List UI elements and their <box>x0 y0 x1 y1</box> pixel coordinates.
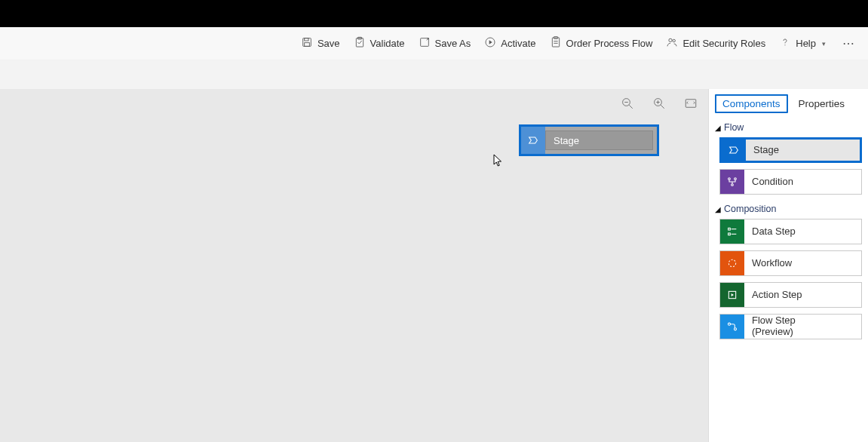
component-label: Action Step <box>744 290 802 301</box>
command-bar: Save Validate Save As Activate Order Pro… <box>0 27 868 60</box>
main-area: Stage Components Properties ◢ Flow Stage… <box>0 89 868 442</box>
security-roles-icon <box>666 36 678 51</box>
process-name-button[interactable]: Order Process Flow <box>550 36 653 51</box>
activate-label: Activate <box>501 38 535 49</box>
canvas[interactable]: Stage <box>0 89 708 442</box>
data-step-icon <box>720 219 744 244</box>
cursor-icon <box>493 154 502 167</box>
activate-button[interactable]: Activate <box>484 36 535 51</box>
zoom-out-button[interactable] <box>621 97 634 110</box>
save-icon <box>301 36 313 51</box>
save-as-button[interactable]: Save As <box>419 36 471 51</box>
svg-rect-2 <box>305 43 310 47</box>
svg-rect-1 <box>305 38 308 41</box>
canvas-dragging-stage-tile[interactable]: Stage <box>519 124 659 156</box>
stage-icon <box>722 140 746 161</box>
overflow-menu-button[interactable]: ⋯ <box>839 36 859 51</box>
svg-rect-27 <box>728 233 731 235</box>
panel-tabs: Components Properties <box>709 89 868 119</box>
svg-point-24 <box>732 184 734 186</box>
activate-icon <box>484 36 496 51</box>
help-icon <box>779 36 791 51</box>
section-title-flow: Flow <box>724 122 744 133</box>
component-flow-step[interactable]: Flow Step (Preview) <box>719 314 862 339</box>
validate-icon <box>354 36 366 51</box>
edit-security-roles-label: Edit Security Roles <box>682 38 765 49</box>
secondary-bar <box>0 60 868 89</box>
svg-point-11 <box>669 38 672 41</box>
svg-rect-25 <box>728 228 731 230</box>
validate-label: Validate <box>370 38 405 49</box>
component-condition[interactable]: Condition <box>719 169 862 195</box>
component-stage[interactable]: Stage <box>719 137 862 163</box>
help-label: Help <box>796 38 816 49</box>
stage-icon <box>521 127 545 154</box>
save-as-icon <box>419 36 431 51</box>
svg-line-18 <box>661 105 664 109</box>
condition-icon <box>720 170 744 194</box>
top-black-bar <box>0 0 868 27</box>
component-label: Condition <box>744 176 793 188</box>
svg-point-23 <box>735 178 737 180</box>
action-step-icon <box>720 283 744 307</box>
collapse-icon: ◢ <box>715 205 721 213</box>
section-title-composition: Composition <box>724 204 776 214</box>
zoom-in-button[interactable] <box>652 97 666 110</box>
workflow-icon <box>720 251 744 275</box>
component-workflow[interactable]: Workflow <box>719 250 862 276</box>
svg-point-12 <box>673 39 675 41</box>
validate-button[interactable]: Validate <box>354 36 405 51</box>
svg-point-13 <box>785 45 786 45</box>
chevron-down-icon: ▾ <box>822 40 826 48</box>
edit-security-roles-button[interactable]: Edit Security Roles <box>666 36 765 51</box>
canvas-toolbar <box>621 97 698 110</box>
side-panel: Components Properties ◢ Flow Stage Condi… <box>708 89 868 442</box>
tab-properties[interactable]: Properties <box>799 94 845 113</box>
help-button[interactable]: Help ▾ <box>779 36 826 51</box>
save-button[interactable]: Save <box>301 36 340 51</box>
svg-point-31 <box>728 323 730 325</box>
collapse-icon: ◢ <box>715 124 721 132</box>
component-label: Stage <box>746 145 779 156</box>
save-label: Save <box>317 38 340 49</box>
component-label: Flow Step (Preview) <box>744 315 796 338</box>
component-data-step[interactable]: Data Step <box>719 219 862 244</box>
process-icon <box>550 36 562 51</box>
svg-rect-7 <box>552 38 559 47</box>
section-head-composition[interactable]: ◢ Composition <box>709 201 868 219</box>
save-as-label: Save As <box>435 38 471 49</box>
fit-to-screen-button[interactable] <box>684 97 698 110</box>
svg-point-29 <box>728 259 735 266</box>
tab-components[interactable]: Components <box>715 94 788 113</box>
component-label: Workflow <box>744 258 792 269</box>
svg-point-22 <box>728 178 731 180</box>
flow-step-icon <box>720 315 744 339</box>
component-action-step[interactable]: Action Step <box>719 282 862 308</box>
section-head-flow[interactable]: ◢ Flow <box>709 119 868 137</box>
process-name-label: Order Process Flow <box>566 38 653 49</box>
svg-line-15 <box>629 105 633 109</box>
component-label: Data Step <box>744 226 796 238</box>
svg-point-32 <box>734 328 736 330</box>
drag-tile-label: Stage <box>545 130 653 150</box>
